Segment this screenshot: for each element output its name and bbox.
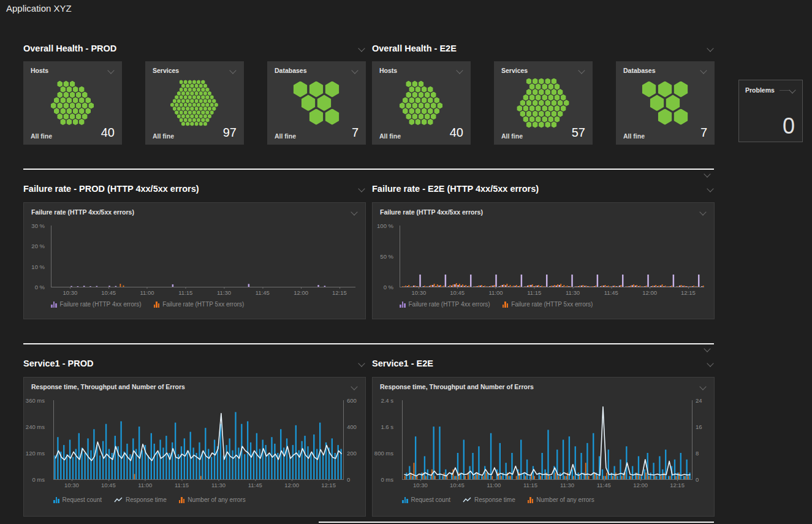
hexagon <box>561 94 566 101</box>
bar <box>579 476 580 479</box>
axis-tick-label: 11:30 <box>566 289 580 296</box>
bar <box>162 447 164 479</box>
axis-tick-label: 11:00 <box>488 289 503 296</box>
bar <box>473 287 474 287</box>
hexagon <box>201 110 205 115</box>
chevron-down-icon[interactable] <box>351 383 357 390</box>
honeycomb-chart[interactable] <box>154 75 234 131</box>
chart-plot-area[interactable] <box>53 400 344 480</box>
bar <box>595 286 596 287</box>
bar <box>304 436 305 479</box>
chevron-down-icon[interactable] <box>789 86 795 93</box>
chevron-down-icon[interactable] <box>107 67 114 74</box>
hexagon <box>658 81 672 97</box>
bar <box>492 286 493 287</box>
bar <box>679 286 680 287</box>
chart-plot-area[interactable] <box>400 226 704 287</box>
chevron-down-icon[interactable] <box>707 185 713 192</box>
chevron-down-icon[interactable] <box>229 67 236 74</box>
hexagon <box>548 116 553 122</box>
section-title: Failure rate - PROD (HTTP 4xx/5xx errors… <box>23 184 199 194</box>
bar <box>650 286 651 287</box>
bar <box>220 424 221 479</box>
bar <box>442 476 443 479</box>
count-value: 7 <box>352 126 359 140</box>
bar <box>208 449 209 479</box>
hexagon <box>536 83 541 89</box>
bar <box>625 287 626 287</box>
legend-item[interactable]: Request count <box>53 496 102 503</box>
bar <box>633 284 634 287</box>
chevron-down-icon[interactable] <box>704 345 710 352</box>
bar <box>295 425 297 479</box>
legend-item[interactable]: Response time <box>463 496 515 503</box>
honeycomb-chart[interactable] <box>32 75 112 131</box>
hexagon <box>415 86 420 93</box>
hexagon <box>188 118 192 122</box>
chevron-down-icon[interactable] <box>699 383 706 390</box>
chart-title: Response time, Throughput and Number of … <box>31 383 185 390</box>
legend-item[interactable]: Failure rate (HTTP 4xx errors) <box>400 301 490 308</box>
bar <box>199 442 200 479</box>
chevron-down-icon[interactable] <box>704 170 710 177</box>
bar <box>565 287 566 287</box>
hexagon <box>317 95 332 111</box>
hexagon <box>181 91 185 96</box>
hexagon <box>309 81 324 97</box>
bar <box>622 275 623 287</box>
bar <box>406 473 407 479</box>
axis-tick-label: 10:30 <box>64 482 79 488</box>
legend-item[interactable]: Number of any errors <box>179 496 246 503</box>
chevron-down-icon[interactable] <box>707 45 713 51</box>
legend-item[interactable]: Failure rate (HTTP 5xx errors) <box>154 301 245 308</box>
bar <box>484 286 485 287</box>
bar <box>484 466 485 480</box>
axis-tick-label: 10:45 <box>101 482 116 488</box>
hexagon <box>551 111 556 117</box>
bar <box>77 286 78 287</box>
bar <box>576 286 577 287</box>
honeycomb-chart[interactable] <box>381 75 461 131</box>
bar <box>606 473 607 479</box>
hexagon <box>208 107 211 111</box>
chevron-down-icon[interactable] <box>351 67 358 74</box>
legend-item[interactable]: Failure rate (HTTP 4xx errors) <box>51 301 142 308</box>
bar <box>430 285 431 287</box>
hexagon <box>309 108 324 124</box>
hexagon <box>551 100 556 106</box>
chevron-down-icon[interactable] <box>456 67 463 74</box>
section-title: Overall Health - E2E <box>372 44 457 53</box>
legend-item[interactable]: Request count <box>402 496 450 503</box>
chevron-down-icon[interactable] <box>351 208 357 215</box>
chevron-down-icon[interactable] <box>700 67 707 74</box>
chevron-down-icon[interactable] <box>707 360 713 366</box>
chevron-down-icon[interactable] <box>699 208 706 215</box>
section-title: Failure rate - E2E (HTTP 4xx/5xx errors) <box>372 184 539 194</box>
legend-item[interactable]: Number of any errors <box>528 496 594 503</box>
bar <box>505 463 506 479</box>
bar <box>628 286 629 287</box>
chevron-down-icon[interactable] <box>578 67 585 74</box>
chevron-down-icon[interactable] <box>358 185 365 192</box>
bar <box>422 286 423 287</box>
honeycomb-chart[interactable] <box>503 75 583 131</box>
hexagon <box>66 86 72 93</box>
hexagon <box>409 86 414 93</box>
bar <box>574 287 575 287</box>
bar <box>612 476 613 479</box>
hexagon <box>539 111 544 117</box>
chart-plot-area[interactable] <box>402 400 692 480</box>
legend-item[interactable]: Failure rate (HTTP 5xx errors) <box>503 301 593 308</box>
honeycomb-chart[interactable] <box>625 75 705 131</box>
chevron-down-icon[interactable] <box>358 360 365 366</box>
legend-label: Number of any errors <box>536 496 594 503</box>
legend-item[interactable]: Response time <box>114 496 167 503</box>
hexagon <box>194 91 198 96</box>
chevron-down-icon[interactable] <box>358 45 365 51</box>
chart-plot-area[interactable] <box>51 226 355 287</box>
bar <box>517 286 518 287</box>
bar <box>54 455 55 479</box>
bar <box>441 287 442 287</box>
axis-tick-label: 10:30 <box>63 289 77 296</box>
honeycomb-chart[interactable] <box>276 75 356 131</box>
